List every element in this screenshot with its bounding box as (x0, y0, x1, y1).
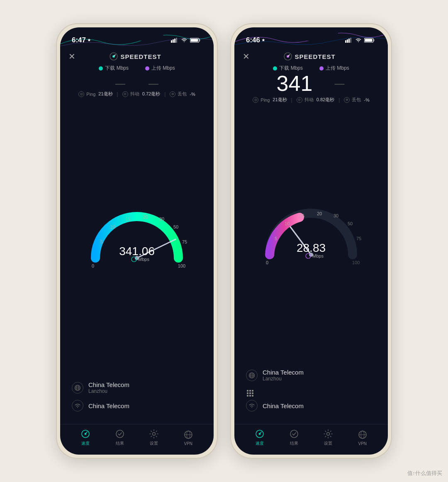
download-label-left: 下载 Mbps (99, 65, 129, 72)
upload-label-right: 上传 Mbps (319, 65, 349, 72)
nav-settings-right[interactable]: 设置 (323, 428, 334, 446)
svg-text:50: 50 (348, 221, 353, 226)
close-button-right[interactable]: ✕ (243, 51, 250, 61)
vpn-icon-right (358, 430, 368, 440)
speedtest-title-left: SPEEDTEST (110, 52, 161, 61)
nav-vpn-left[interactable]: VPN (183, 429, 194, 446)
nav-settings-left[interactable]: 设置 (149, 428, 159, 446)
header-row1-right: ✕ SPEEDTEST (243, 51, 380, 61)
wifi-icon-provider-right (246, 400, 258, 411)
status-icons-right (345, 38, 375, 43)
svg-point-32 (153, 433, 156, 436)
nav-speed-left[interactable]: 速度 (80, 428, 91, 446)
bottom-nav-right: 速度 结果 (234, 424, 388, 455)
svg-text:75: 75 (356, 236, 361, 241)
provider-section-left: China Telecom Lanzhou China Telecom (60, 375, 214, 424)
grid-dots-icon-right (244, 387, 256, 399)
svg-text:341.06: 341.06 (119, 245, 155, 258)
upload-value-left: — (147, 78, 160, 88)
grid-dots-right (247, 390, 253, 397)
app-header-left: ✕ SPEEDTEST 下载 Mbps (60, 47, 214, 72)
time-left: 6:47 (72, 36, 91, 44)
provider-name-right: China Telecom (263, 369, 304, 376)
header-row1-left: ✕ SPEEDTEST (68, 51, 205, 61)
globe-icon-left (72, 382, 83, 394)
nav-results-left[interactable]: 结果 (114, 428, 125, 446)
nav-results-right[interactable]: 结果 (289, 428, 299, 446)
wifi-icon-provider-left (72, 400, 83, 411)
nav-vpn-icon-right (357, 429, 368, 440)
svg-point-68 (327, 433, 330, 436)
provider-city-right: Lanzhou (263, 376, 304, 382)
provider-host-right: China Telecom Lanzhou (246, 369, 376, 382)
signal-icon-right (345, 38, 353, 43)
nav-speed-icon-right (254, 428, 265, 439)
download-label-right: 下载 Mbps (273, 65, 303, 72)
wifi-svg-right (248, 403, 255, 409)
svg-text:20: 20 (143, 214, 148, 219)
svg-point-66 (259, 433, 261, 435)
svg-text:5: 5 (275, 236, 277, 241)
svg-rect-6 (191, 39, 198, 42)
provider-network-left: China Telecom (72, 400, 202, 411)
svg-rect-41 (374, 39, 375, 41)
close-button-left[interactable]: ✕ (68, 51, 75, 61)
nav-vpn-right[interactable]: VPN (357, 429, 368, 446)
notch-left (110, 27, 164, 41)
upload-dot-right (319, 66, 324, 71)
svg-text:15: 15 (299, 213, 304, 218)
svg-text:28.83: 28.83 (297, 241, 326, 254)
battery-icon-left (190, 38, 200, 43)
wifi-icon-right (355, 38, 362, 43)
provider-text-left: China Telecom Lanzhou (88, 381, 129, 394)
svg-text:75: 75 (182, 239, 187, 244)
svg-rect-42 (365, 39, 373, 42)
gauge-area-left: 0 5 10 15 20 30 50 75 100 3 (60, 95, 214, 375)
speed-labels-left: 下载 Mbps 上传 Mbps (99, 65, 175, 72)
svg-point-31 (116, 430, 124, 438)
settings-icon-left (149, 429, 159, 439)
phone-right-screen: 6:46 (234, 27, 388, 455)
gauge-svg-left: 0 5 10 15 20 30 50 75 100 3 (79, 194, 195, 277)
svg-rect-36 (345, 40, 346, 43)
location-icon-left (87, 38, 91, 42)
svg-text:100: 100 (352, 260, 360, 265)
svg-rect-2 (174, 39, 175, 43)
wifi-icon-left (181, 38, 187, 43)
gauge-svg-right: 0 5 10 15 20 30 50 75 100 (253, 190, 369, 273)
svg-rect-38 (348, 39, 350, 43)
gauge-container-left: 0 5 10 15 20 30 50 75 100 3 (79, 194, 195, 277)
watermark: 值↑什么值得买 (407, 470, 443, 477)
signal-icon-left (171, 38, 178, 43)
phone-left: 6:47 (56, 23, 218, 459)
svg-text:30: 30 (159, 217, 164, 222)
globe-svg-left (74, 385, 81, 391)
wifi-svg-left (74, 403, 81, 409)
provider-section-right: China Telecom Lanzhou (234, 362, 388, 424)
svg-point-67 (290, 430, 298, 438)
speed-numbers-left: — — (60, 72, 214, 88)
speedtest-logo-left (110, 52, 118, 61)
network-name-right: China Telecom (263, 402, 304, 409)
svg-rect-3 (176, 38, 177, 43)
provider-text-right: China Telecom Lanzhou (263, 369, 304, 382)
svg-text:100: 100 (178, 263, 185, 268)
nav-speed-right[interactable]: 速度 (254, 428, 265, 446)
nav-settings-label-right: 设置 (324, 441, 332, 446)
battery-icon-right (364, 38, 375, 43)
notch-right (284, 27, 338, 41)
nav-vpn-label-right: VPN (358, 441, 367, 446)
phone-left-screen: 6:47 (60, 27, 214, 455)
results-icon-right (289, 429, 299, 439)
nav-speed-label-right: 速度 (256, 441, 264, 446)
speed-numbers-right: 341 — (234, 72, 388, 94)
svg-text:5: 5 (100, 239, 103, 244)
speed-labels-right: 下载 Mbps 上传 Mbps (273, 65, 349, 72)
svg-text:0: 0 (92, 263, 94, 268)
vpn-icon-left (183, 430, 193, 440)
svg-rect-1 (173, 39, 174, 43)
svg-text:0: 0 (266, 260, 268, 265)
svg-text:20: 20 (317, 211, 322, 216)
nav-results-label-left: 结果 (116, 441, 124, 446)
nav-speed-label-left: 速度 (81, 441, 90, 446)
